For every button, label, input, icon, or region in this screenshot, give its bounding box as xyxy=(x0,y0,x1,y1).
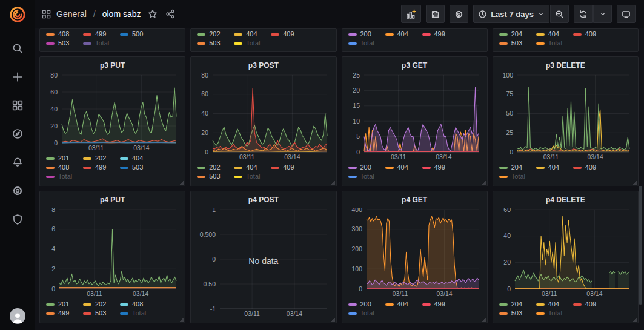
dashboards-grid-icon[interactable] xyxy=(7,97,28,113)
panel-title[interactable]: p3 DELETE xyxy=(499,61,632,71)
legend: 202404409503Total xyxy=(197,163,330,181)
legend-item-total[interactable]: Total xyxy=(348,39,378,48)
legend-item-408[interactable]: 408 xyxy=(120,300,150,309)
star-icon[interactable] xyxy=(147,8,159,20)
legend-item-503[interactable]: 503 xyxy=(197,39,227,48)
legend-item-404[interactable]: 404 xyxy=(120,154,150,163)
legend-item-404[interactable]: 404 xyxy=(536,30,566,39)
refresh-interval-dropdown[interactable] xyxy=(593,5,612,23)
legend-item-409[interactable]: 409 xyxy=(573,30,603,39)
save-dashboard-button[interactable] xyxy=(426,5,445,23)
legend-item-202[interactable]: 202 xyxy=(197,163,227,172)
legend-swatch xyxy=(197,33,205,36)
panel-title[interactable]: p4 PUT xyxy=(46,196,179,206)
legend-item-200[interactable]: 200 xyxy=(348,30,378,39)
zoom-out-time-button[interactable] xyxy=(550,5,569,23)
legend-item-202[interactable]: 202 xyxy=(83,300,113,309)
legend-item-499[interactable]: 499 xyxy=(83,30,113,39)
alerting-bell-icon[interactable] xyxy=(7,154,28,170)
chart-area: -1-0.5000.500103/1103/14No data xyxy=(197,208,330,318)
legend-item-408[interactable]: 408 xyxy=(46,163,76,172)
legend-item-409[interactable]: 409 xyxy=(573,163,603,172)
legend-item-404[interactable]: 404 xyxy=(385,300,415,309)
panel-title[interactable]: p3 GET xyxy=(348,61,481,71)
grafana-logo[interactable] xyxy=(8,5,27,24)
legend-item-202[interactable]: 202 xyxy=(197,30,227,39)
admin-shield-icon[interactable] xyxy=(7,211,28,227)
panel-title[interactable]: p4 POST xyxy=(197,196,330,206)
legend-item-200[interactable]: 200 xyxy=(348,300,378,309)
legend-item-503[interactable]: 503 xyxy=(120,163,150,172)
legend-item-408[interactable]: 408 xyxy=(46,30,76,39)
explore-compass-icon[interactable] xyxy=(7,126,28,142)
legend-item-204[interactable]: 204 xyxy=(499,163,529,172)
legend-label: 499 xyxy=(95,30,106,39)
legend-swatch xyxy=(499,312,508,315)
legend-item-500[interactable]: 500 xyxy=(120,30,150,39)
legend-item-total[interactable]: Total xyxy=(83,39,113,48)
legend-item-409[interactable]: 409 xyxy=(573,300,603,309)
y-tick-label: 0 xyxy=(510,148,513,156)
legend-item-404[interactable]: 404 xyxy=(385,163,415,172)
legend-item-201[interactable]: 201 xyxy=(46,300,76,309)
legend-item-503[interactable]: 503 xyxy=(197,172,227,181)
legend-item-404[interactable]: 404 xyxy=(234,30,264,39)
panel-p3-post: p3 POST02040608003/1103/14202404409503To… xyxy=(190,56,336,186)
legend-item-204[interactable]: 204 xyxy=(499,300,529,309)
legend-item-total[interactable]: Total xyxy=(46,172,76,181)
legend-item-404[interactable]: 404 xyxy=(234,163,264,172)
refresh-button[interactable] xyxy=(574,5,593,23)
legend-item-201[interactable]: 201 xyxy=(46,154,76,163)
legend-label: 200 xyxy=(360,163,371,172)
legend-item-499[interactable]: 499 xyxy=(422,300,452,309)
legend-item-503[interactable]: 503 xyxy=(499,309,529,318)
legend-item-total[interactable]: Total xyxy=(536,39,566,48)
legend-item-409[interactable]: 409 xyxy=(271,30,300,39)
legend-item-total[interactable]: Total xyxy=(234,172,264,181)
panel-title[interactable]: p3 POST xyxy=(197,61,330,71)
legend-item-503[interactable]: 503 xyxy=(83,309,113,318)
panel-title[interactable]: p4 DELETE xyxy=(499,196,632,206)
configuration-gear-icon[interactable] xyxy=(7,183,28,199)
user-avatar[interactable] xyxy=(10,308,25,324)
dashboard-title[interactable]: olom sabz xyxy=(102,9,141,19)
add-panel-button[interactable] xyxy=(401,5,421,23)
legend-item-total[interactable]: Total xyxy=(120,309,150,318)
legend-item-404[interactable]: 404 xyxy=(385,30,415,39)
tv-mode-button[interactable] xyxy=(617,5,636,23)
panel-title[interactable]: p4 GET xyxy=(348,196,481,206)
y-tick-label: 0 xyxy=(359,285,362,292)
legend-item-total[interactable]: Total xyxy=(499,172,529,181)
legend-item-202[interactable]: 202 xyxy=(83,154,113,163)
legend-item-503[interactable]: 503 xyxy=(46,39,76,48)
legend-label: 204 xyxy=(511,163,522,172)
legend-swatch xyxy=(385,303,394,306)
legend-item-200[interactable]: 200 xyxy=(348,163,378,172)
legend-item-499[interactable]: 499 xyxy=(422,30,452,39)
y-tick-label: 100 xyxy=(502,73,513,79)
dashboard-settings-button[interactable] xyxy=(450,5,468,23)
scrollbar-thumb[interactable] xyxy=(639,186,642,305)
y-tick-label: 20 xyxy=(202,129,209,136)
legend-item-499[interactable]: 499 xyxy=(46,309,76,318)
legend-item-499[interactable]: 499 xyxy=(83,163,113,172)
legend-item-total[interactable]: Total xyxy=(234,39,264,48)
legend-item-404[interactable]: 404 xyxy=(536,163,566,172)
legend-item-total[interactable]: Total xyxy=(348,309,378,318)
search-icon[interactable] xyxy=(7,41,28,56)
breadcrumb-folder[interactable]: General xyxy=(56,9,87,19)
legend-item-499[interactable]: 499 xyxy=(422,163,452,172)
panel-title[interactable]: p3 PUT xyxy=(46,61,179,71)
legend-item-204[interactable]: 204 xyxy=(499,30,529,39)
create-plus-icon[interactable] xyxy=(7,69,28,85)
legend-label: 201 xyxy=(58,300,69,309)
partial-panel-4: 204404409503Total xyxy=(493,28,639,52)
legend-item-404[interactable]: 404 xyxy=(536,300,566,309)
legend-item-total[interactable]: Total xyxy=(348,172,378,181)
time-range-picker[interactable]: Last 7 days xyxy=(473,5,549,23)
legend-item-503[interactable]: 503 xyxy=(499,39,529,48)
legend-label: 202 xyxy=(209,163,220,172)
legend-item-409[interactable]: 409 xyxy=(271,163,300,172)
share-icon[interactable] xyxy=(164,8,176,20)
legend-item-total[interactable]: Total xyxy=(536,309,566,318)
